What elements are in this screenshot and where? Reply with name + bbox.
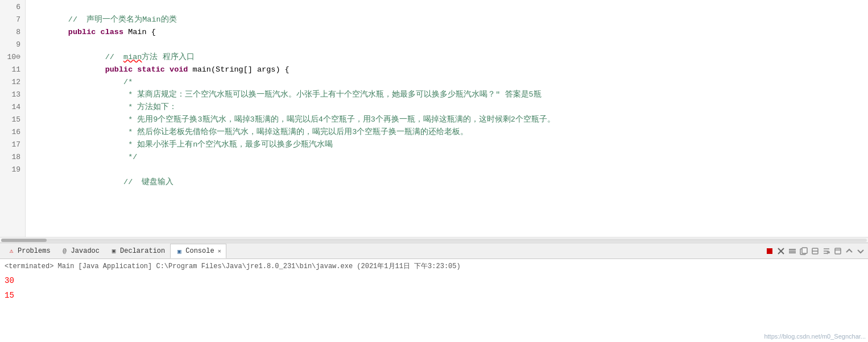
code-line-12: * 某商店规定：三个空汽水瓶可以换一瓶汽水。小张手上有十个空汽水瓶，她最多可以换…: [31, 76, 868, 89]
tab-javadoc-label: Javadoc: [71, 247, 100, 255]
tab-declaration[interactable]: ▣ Declaration: [105, 244, 170, 258]
horizontal-scrollbar[interactable]: [0, 237, 868, 243]
tab-bar: ⚠ Problems @ Javadoc ▣ Declaration ▣ Con…: [0, 243, 868, 259]
ln-18: 18: [5, 151, 20, 164]
tab-bar-right: [764, 246, 866, 256]
svg-rect-0: [767, 248, 772, 254]
ln-8: 8: [5, 26, 20, 39]
tab-console[interactable]: ▣ Console ✕: [170, 244, 226, 258]
pin-btn[interactable]: [833, 246, 843, 256]
console-output: 30 15: [5, 273, 863, 303]
svg-rect-3: [789, 249, 796, 250]
svg-rect-4: [789, 251, 796, 252]
console-area[interactable]: <terminated> Main [Java Application] C:\…: [0, 259, 868, 342]
remove-btn[interactable]: [776, 246, 786, 256]
minimize-btn[interactable]: [844, 246, 854, 256]
watermark: https://blog.csdn.net/m0_Segnchar...: [764, 333, 866, 340]
console-output-line-2: 15: [5, 288, 863, 303]
ln-10: 10⊖: [5, 51, 20, 64]
code-line-18: [31, 151, 868, 164]
problems-icon: ⚠: [7, 247, 15, 255]
code-line-8: [31, 26, 868, 39]
svg-rect-5: [789, 252, 796, 253]
code-line-6: // 声明一个类名为Main的类: [31, 1, 868, 14]
ln-12: 12: [5, 76, 20, 89]
code-content[interactable]: // 声明一个类名为Main的类 public class Main { // …: [26, 0, 868, 237]
code-line-9: // mian方法 程序入口: [31, 39, 868, 51]
maximize-btn[interactable]: [855, 246, 866, 256]
ln-6: 6: [5, 1, 20, 14]
scrollbar-track[interactable]: [1, 239, 867, 242]
scroll-lock-btn[interactable]: [810, 246, 820, 256]
bottom-panel: ⚠ Problems @ Javadoc ▣ Declaration ▣ Con…: [0, 243, 868, 342]
console-status: <terminated> Main [Java Application] C:\…: [5, 261, 863, 271]
tab-problems-label: Problems: [18, 247, 51, 255]
javadoc-icon: @: [61, 247, 69, 255]
svg-rect-10: [835, 248, 841, 254]
ln-9: 9: [5, 39, 20, 51]
ln-13: 13: [5, 89, 20, 101]
tab-problems[interactable]: ⚠ Problems: [2, 244, 56, 258]
ln-11: 11: [5, 64, 20, 76]
stop-btn[interactable]: [764, 246, 775, 256]
ln-19: 19: [5, 164, 20, 176]
tab-console-label: Console: [185, 247, 214, 255]
code-container: 6 7 8 9 10⊖ 11 12 13 14 15 16 17 18 19 /…: [0, 0, 868, 237]
clear-btn[interactable]: [787, 246, 797, 256]
ln-16: 16: [5, 126, 20, 139]
wrap-btn[interactable]: [821, 246, 832, 256]
copy-btn[interactable]: [799, 246, 809, 256]
console-output-line-1: 30: [5, 273, 863, 288]
tab-declaration-label: Declaration: [120, 247, 165, 255]
ln-7: 7: [5, 14, 20, 26]
ln-17: 17: [5, 139, 20, 151]
ln-15: 15: [5, 114, 20, 126]
declaration-icon: ▣: [110, 247, 118, 255]
line-numbers: 6 7 8 9 10⊖ 11 12 13 14 15 16 17 18 19: [0, 0, 26, 237]
ln-14: 14: [5, 101, 20, 114]
console-tab-close: ✕: [218, 248, 221, 255]
svg-rect-7: [802, 248, 807, 253]
tab-javadoc[interactable]: @ Javadoc: [56, 244, 105, 258]
console-icon: ▣: [175, 247, 183, 255]
code-line-19: // 键盘输入: [31, 164, 868, 176]
editor-area: 6 7 8 9 10⊖ 11 12 13 14 15 16 17 18 19 /…: [0, 0, 868, 243]
scrollbar-thumb[interactable]: [1, 239, 47, 242]
